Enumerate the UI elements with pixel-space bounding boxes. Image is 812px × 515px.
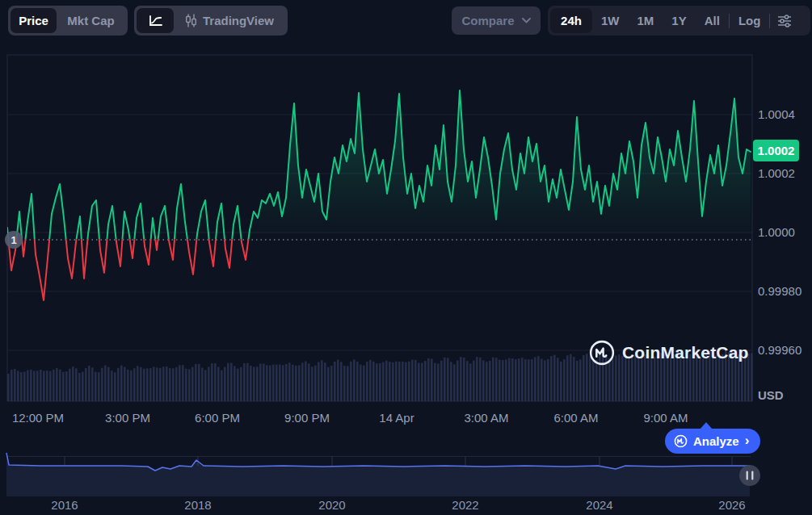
volume-bar [256,366,259,401]
volume-bar [595,360,598,401]
volume-bar [531,359,533,401]
x-axis-tick: 9:00 PM [284,411,330,425]
volume-bar [524,359,527,401]
volume-bar [188,369,191,401]
volume-bar [376,363,378,401]
volume-bar [98,372,100,401]
navigator-selected-range[interactable] [6,453,750,496]
volume-bar [392,362,394,401]
volume-bar [20,372,23,401]
volume-bar [366,362,368,401]
volume-bar [583,355,585,401]
volume-bar [343,366,346,401]
volume-bar [456,360,459,401]
volume-bar [230,363,233,401]
linechart-tab[interactable] [137,8,174,33]
volume-bar [127,370,129,401]
navigator-year: 2016 [51,498,78,512]
mktcap-tab[interactable]: Mkt Cap [57,14,125,27]
volume-bar [166,366,168,401]
volume-bar [482,360,485,401]
volume-bar [214,363,217,401]
navigator-year: 2026 [718,498,745,512]
compare-button[interactable]: Compare [452,6,541,35]
volume-bar [33,371,36,401]
volume-bar [411,360,414,401]
volume-bar [159,368,162,401]
volume-bar [318,362,320,401]
volume-bar [133,368,136,401]
volume-bar [217,366,220,401]
volume-bar [557,358,559,401]
volume-bar [117,368,120,401]
tradingview-tab[interactable]: TradingView [174,14,285,27]
volume-bar [85,368,87,401]
volume-bar [314,366,317,401]
volume-bar [321,360,323,401]
volume-bar [17,371,19,401]
range-24h-button[interactable]: 24h [550,8,592,33]
volume-bar [421,363,423,401]
volume-bar [518,358,520,401]
navigator-year: 2024 [586,498,612,512]
volume-bar [240,367,242,401]
price-area-fill [7,90,751,300]
volume-bar [130,371,133,401]
navigator-year: 2020 [318,498,345,512]
range-1y-button[interactable]: 1Y [663,14,695,27]
volume-bar [82,372,84,401]
volume-bar [298,365,301,401]
price-tab[interactable]: Price [11,8,57,33]
range-all-button[interactable]: All [696,14,729,27]
volume-bar [469,363,472,401]
volume-bar [405,362,407,401]
x-axis-tick: 12:00 PM [12,411,64,425]
volume-bar [515,359,517,401]
volume-bar [185,369,187,401]
volume-bar [334,362,336,401]
volume-bar [285,364,288,401]
volume-bar [547,359,549,401]
volume-bar [330,366,333,401]
volume-bar [295,366,297,401]
volume-bar [69,369,71,401]
volume-bar [104,366,107,401]
volume-bar [11,370,13,401]
price-mktcap-toggle: Price Mkt Cap [8,6,128,36]
volume-bar [444,358,446,401]
analyze-button[interactable]: Analyze › [665,429,760,454]
volume-bar [120,366,123,401]
volume-bar [191,367,194,401]
volume-bar [550,356,553,401]
range-1m-button[interactable]: 1M [629,14,663,27]
chart-settings-button[interactable] [770,14,799,28]
volume-bar [492,358,494,401]
volume-bar [521,358,524,401]
volume-bar [53,370,55,401]
range-24h-label: 24h [561,14,582,27]
volume-bar [40,370,42,401]
baseline-marker-badge: 1 [5,231,23,249]
volume-bar [246,363,249,401]
y-axis-tick: 0.99960 [758,343,808,358]
volume-bar [198,364,200,401]
volume-bar [56,368,58,401]
volume-bar [208,367,210,401]
volume-bar [356,362,359,401]
volume-bar [237,369,239,401]
volume-bar [308,363,310,401]
volume-bar [179,365,181,401]
volume-bar [182,365,184,401]
volume-bar [347,366,349,401]
volume-bar [305,362,307,401]
analyze-label: Analyze [693,434,739,448]
volume-bar [156,367,158,401]
volume-bar [211,363,213,401]
volume-bar [259,364,262,401]
x-axis-tick: 3:00 PM [105,411,150,425]
range-1w-button[interactable]: 1W [592,14,629,27]
log-scale-button[interactable]: Log [730,14,770,27]
volume-bar [140,367,142,401]
charttype-toggle: TradingView [134,6,288,36]
navigator-handle[interactable] [739,465,760,486]
